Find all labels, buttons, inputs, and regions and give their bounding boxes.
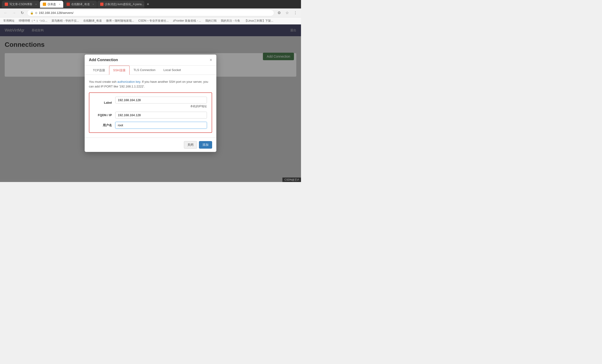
tab-ssh-connection[interactable]: SSH连接 xyxy=(109,66,129,75)
modal-header: Add Connection × xyxy=(85,54,216,66)
label-input[interactable] xyxy=(115,97,207,104)
modal-tabs: TCP连接 SSH连接 TLS Connection Local Socket xyxy=(85,66,216,75)
reload-button[interactable]: ↻ xyxy=(19,10,25,16)
tab-tls-connection[interactable]: TLS Connection xyxy=(129,66,160,75)
tab-label-kvm: (2条消息) kvm虚拟化_A pana... xyxy=(105,2,144,6)
submit-add-button[interactable]: 添加 xyxy=(199,141,212,149)
modal-title: Add Connection xyxy=(89,58,118,62)
bookmark-bilibili[interactable]: 哔哩哔哩（＊·）つロ... xyxy=(18,18,48,23)
forward-button[interactable]: → xyxy=(11,10,17,16)
username-form-row: 用户名 xyxy=(94,122,207,129)
tab-bar: 写文章-CSDN博客 × 仪表盘 × 在线翻译_有道 × (2条消息) kvm虚… xyxy=(0,0,301,9)
bookmark-button[interactable]: ☆ xyxy=(284,10,290,16)
bookmark-follow[interactable]: 我的关注 - 斗鱼 xyxy=(220,18,241,23)
tab-kvm[interactable]: (2条消息) kvm虚拟化_A pana... × xyxy=(97,1,144,8)
bookmark-orders[interactable]: 我的订阅 xyxy=(204,18,217,23)
username-field-label: 用户名 xyxy=(94,123,115,128)
page-content: WebVirtMgr 基础架构 退出 Connections Add Conne… xyxy=(0,24,301,182)
tab-favicon-csdn xyxy=(5,3,8,6)
label-field-label: Label xyxy=(94,101,115,104)
tab-tcp-connection[interactable]: TCP连接 xyxy=(89,66,109,75)
fqdn-field-label: FQDN / IP xyxy=(94,113,115,117)
bookmark-weibo[interactable]: 微博 – 随时随地发现... xyxy=(105,18,135,23)
bookmarks-bar: 常用网址 哔哩哔哩（＊·）つロ... 菜鸟教程 - 学的不仅... 在线翻译_有… xyxy=(0,17,301,24)
tab-label-youdao: 在线翻译_有道 xyxy=(71,2,90,6)
navigation-bar: ← → ↻ 🔒 ⊙ ⚙ ☆ ⋮ xyxy=(0,9,301,17)
tab-close-dashboard[interactable]: × xyxy=(59,3,60,6)
bookmark-youdao[interactable]: 在线翻译_有道 xyxy=(82,18,103,23)
new-tab-button[interactable]: + xyxy=(145,2,151,7)
tab-label-csdn: 写文章-CSDN博客 xyxy=(9,2,32,6)
tab-close-youdao[interactable]: × xyxy=(93,3,94,6)
modal-description: You must create ssh authorization key. I… xyxy=(89,79,212,89)
bookmark-common[interactable]: 常用网址 xyxy=(2,18,16,23)
back-button[interactable]: ← xyxy=(2,10,9,16)
modal-body: You must create ssh authorization key. I… xyxy=(85,75,216,138)
address-input[interactable] xyxy=(39,11,271,15)
tab-csdn[interactable]: 写文章-CSDN博客 × xyxy=(2,1,40,8)
bookmark-csdn[interactable]: CSDN – 专业开发者社... xyxy=(137,18,170,23)
extensions-button[interactable]: ⚙ xyxy=(276,10,282,16)
tab-label-dashboard: 仪表盘 xyxy=(47,2,56,6)
label-input-wrapper: 本机的IP地址 xyxy=(115,97,207,108)
menu-button[interactable]: ⋮ xyxy=(292,10,299,16)
status-bar: CSDN@王\/\ xyxy=(282,178,301,182)
tab-dashboard[interactable]: 仪表盘 × xyxy=(40,1,63,8)
username-input-wrapper xyxy=(115,122,207,129)
add-connection-modal: Add Connection × TCP连接 SSH连接 TLS Connect… xyxy=(85,54,216,152)
browser-chrome: 写文章-CSDN博客 × 仪表盘 × 在线翻译_有道 × (2条消息) kvm虚… xyxy=(0,0,301,24)
bookmark-linux[interactable]: 【Linux三剑客】下架... xyxy=(243,18,274,23)
tab-favicon-youdao xyxy=(66,3,70,6)
tab-favicon-kvm xyxy=(100,3,104,6)
fqdn-input-wrapper xyxy=(115,112,207,118)
bookmark-runoob[interactable]: 菜鸟教程 - 学的不仅... xyxy=(51,18,80,23)
modal-overlay: Add Connection × TCP连接 SSH连接 TLS Connect… xyxy=(0,24,301,182)
label-form-row: Label 本机的IP地址 xyxy=(94,97,207,108)
modal-footer: 关闭 添加 xyxy=(85,138,216,152)
close-button[interactable]: 关闭 xyxy=(184,141,197,149)
username-input[interactable] xyxy=(115,122,207,129)
address-bar[interactable]: 🔒 ⊙ xyxy=(27,10,274,16)
lock-icon: 🔒 xyxy=(30,11,34,15)
tab-local-socket[interactable]: Local Socket xyxy=(160,66,185,75)
fqdn-form-row: FQDN / IP xyxy=(94,112,207,118)
description-text-1: You must create ssh xyxy=(89,80,117,84)
fqdn-input[interactable] xyxy=(115,112,207,118)
authorization-key-link[interactable]: authorization key xyxy=(117,80,140,84)
tab-youdao[interactable]: 在线翻译_有道 × xyxy=(64,1,97,8)
form-section: Label 本机的IP地址 FQDN / IP xyxy=(89,92,212,133)
connection-icon: ⊙ xyxy=(35,11,37,15)
label-hint: 本机的IP地址 xyxy=(115,104,207,108)
tab-favicon-dashboard xyxy=(43,3,46,6)
modal-close-button[interactable]: × xyxy=(210,58,212,62)
bookmark-zfrontier[interactable]: zFrontier 装备前线 - ... xyxy=(172,18,202,23)
tab-close-csdn[interactable]: × xyxy=(35,3,37,6)
